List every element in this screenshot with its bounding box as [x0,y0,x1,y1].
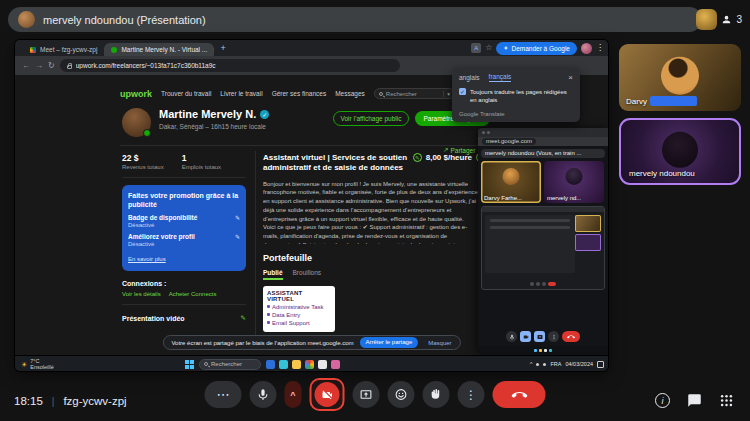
mic-button[interactable] [250,381,277,408]
meet-favicon [30,47,36,53]
upwork-search-input[interactable]: Rechercher ▾ [374,88,455,99]
participant-tile-mervely[interactable]: mervely ndoundou [619,118,741,185]
nav-deliver-work[interactable]: Livrer le travail [220,90,262,97]
presentation-banner[interactable]: mervely ndoundou (Présentation) [8,7,702,32]
public-view-button[interactable]: Voir l’affichage public [333,111,410,126]
taskbar-app-icon[interactable] [292,360,301,369]
edit-pencil-icon[interactable]: ✎ [235,233,240,240]
participant-avatar [696,9,717,30]
stat-value: 22 $ [122,153,164,163]
notification-center-icon[interactable] [597,361,604,368]
edit-pencil-icon[interactable]: ✎ [241,314,246,322]
connects-details-link[interactable]: Voir les détails [122,291,161,297]
address-bar[interactable]: upwork.com/freelancers/~013fa71c7c360b11… [60,59,400,72]
pip-mic-button[interactable] [506,331,517,342]
edit-pencil-icon[interactable]: ✎ [413,153,422,162]
taskbar-app-icon[interactable] [318,360,327,369]
pip-self-presenting-pill: mervely ndoundou (Vous, en train ... [481,149,605,158]
promo-link[interactable]: En savoir plus [128,256,166,262]
taskbar-app-icon[interactable] [305,360,314,369]
translate-icon[interactable]: A [471,43,481,53]
tab-upwork[interactable]: Martine Mervely N. - Virtual ... × [104,43,214,56]
forward-icon[interactable]: → [35,62,43,70]
pip-nested-titlebar [482,207,604,212]
hide-banner-link[interactable]: Masquer [428,340,451,346]
portfolio-card[interactable]: ASSISTANT VIRTUEL Administrative Task Da… [263,286,335,332]
windows-start-button[interactable] [185,360,194,369]
avatar [662,131,698,167]
camera-options-chevron[interactable]: ^ [285,381,302,408]
pip-body: mervely ndoundou (Vous, en train ... Dar… [478,146,608,354]
new-tab-button[interactable]: + [220,44,225,53]
profile-avatar[interactable] [122,108,151,137]
nav-finances[interactable]: Gérer ses finances [272,90,327,97]
tab-close-icon[interactable]: × [213,46,214,53]
pip-titlebar [478,128,608,137]
pip-tile-darvy[interactable]: Darvy Farhe... [481,161,541,203]
activities-grid-button[interactable] [719,393,734,408]
translate-checkbox[interactable]: ✓ [459,88,466,95]
keyboard-language[interactable]: FRA [550,361,561,367]
chrome-menu-icon[interactable]: ⋮ [596,44,604,52]
volume-icon[interactable] [543,363,546,366]
back-icon[interactable]: ← [22,62,30,70]
taskbar-app-icon[interactable] [266,360,275,369]
nav-messages[interactable]: Messages [335,90,365,97]
participant-tile-darvy[interactable]: Darvy [619,44,741,111]
pip-taskbar [478,346,608,354]
stat-total-earnings: 22 $ Revenus totaux [122,153,164,170]
wifi-icon[interactable] [536,363,539,366]
promo-title: Faites votre promotion grâce à la public… [128,191,240,209]
reactions-button[interactable] [388,381,415,408]
pip-hangup-button[interactable] [562,331,580,342]
participant-name: Darvy [626,97,647,106]
more-options-button[interactable]: ⋯ [205,381,242,408]
pip-nested-tile [575,234,601,251]
chat-button[interactable] [687,393,702,408]
bullet-icon [267,305,270,308]
stop-sharing-button[interactable]: Arrêter le partage [360,337,419,348]
translate-popup: anglais français × ✓ Toujours traduire l… [452,68,580,122]
pip-meet-window: meet.google.com mervely ndoundou (Vous, … [478,128,608,354]
tab-published[interactable]: Publié [263,269,283,280]
participant-name: mervely ndoundou [629,169,695,178]
search-icon [204,362,208,366]
pip-camera-button[interactable] [520,331,531,342]
person-icon [721,14,732,25]
close-icon[interactable]: × [568,74,573,82]
bullet-icon [267,313,270,316]
tray-expand-icon[interactable]: ^ [530,361,533,367]
connects-buy-link[interactable]: Acheter Connects [169,291,217,297]
translate-tab-french[interactable]: français [489,73,512,82]
raise-hand-button[interactable] [423,381,450,408]
reload-icon[interactable]: ↻ [48,62,55,70]
search-scope-dropdown[interactable]: ▾ [443,91,450,97]
ask-google-button[interactable]: Demander à Google [496,42,577,55]
tab-drafts[interactable]: Brouillons [293,269,322,280]
nav-find-work[interactable]: Trouver du travail [161,90,211,97]
taskbar-weather-widget[interactable]: ☀ 7°C Ensoleillé [21,358,54,370]
participants-indicator[interactable]: 3 [696,7,742,32]
taskbar-app-icon[interactable] [331,360,340,369]
pip-present-button[interactable] [534,331,545,342]
presenter-avatar [18,11,35,28]
pip-more-button[interactable] [548,331,559,342]
taskbar-search-input[interactable]: Rechercher [199,359,261,370]
tab-meet[interactable]: Meet – fzg-ycwv-zpj [23,43,104,56]
portfolio-tabs: Publié Brouillons [263,269,485,280]
camera-off-button[interactable] [315,382,340,407]
ask-google-label: Demander à Google [511,45,570,52]
pip-tile-mervely[interactable]: mervely nd... [544,161,604,203]
meeting-details-button[interactable]: i [655,393,670,408]
edit-pencil-icon[interactable]: ✎ [235,214,240,221]
chrome-profile-avatar[interactable] [581,43,592,54]
upwork-logo[interactable]: upwork [120,89,152,99]
call-controls: ⋯ ^ ⋮ [205,378,546,411]
bookmark-star-icon[interactable]: ☆ [485,44,492,52]
taskbar-clock[interactable]: 04/03/2024 [565,361,593,367]
translate-tab-english[interactable]: anglais [459,74,480,81]
more-controls-button[interactable]: ⋮ [458,381,485,408]
present-button[interactable] [353,381,380,408]
leave-call-button[interactable] [493,381,546,408]
taskbar-app-icon[interactable] [279,360,288,369]
